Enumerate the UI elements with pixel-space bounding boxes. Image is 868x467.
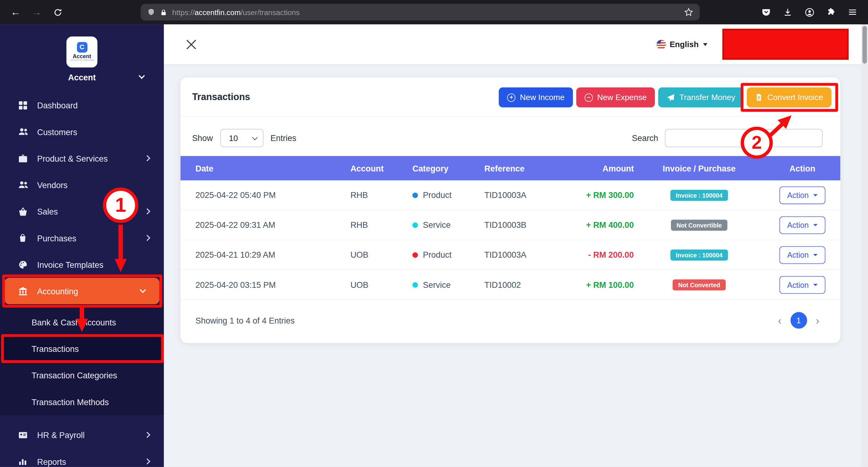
cell-category: Service: [412, 220, 485, 230]
sidebar-item-label: Vendors: [37, 180, 67, 190]
sidebar-item-accounting[interactable]: Accounting: [4, 278, 159, 304]
account-icon[interactable]: [801, 3, 818, 21]
cell-date: 2025-04-22 05:40 PM: [181, 190, 350, 200]
category-label: Product: [423, 190, 452, 200]
sidebar-subitem-transaction-categories[interactable]: Transaction Categories: [0, 362, 164, 388]
language-selector[interactable]: English: [656, 24, 708, 64]
minus-circle-icon: −: [584, 93, 593, 102]
cell-action: Action: [765, 186, 840, 204]
convert-invoice-button[interactable]: Convert Invoice: [747, 88, 832, 107]
cell-date: 2025-04-22 09:31 AM: [181, 220, 350, 230]
sidebar-item-reports[interactable]: Reports: [0, 448, 164, 467]
table-footer: Showing 1 to 4 of 4 Entries ‹ 1 ›: [181, 300, 840, 343]
new-expense-button[interactable]: − New Expense: [576, 88, 655, 107]
page-content: Transactions + New Income − New Expense: [164, 64, 861, 343]
sidebar-subitem-transaction-methods[interactable]: Transaction Methods: [0, 389, 164, 415]
sidebar-item-label: Accounting: [37, 286, 78, 296]
cell-account: UOB: [350, 280, 412, 289]
button-label: Convert Invoice: [767, 93, 823, 102]
search-input[interactable]: [665, 129, 823, 147]
next-page-button[interactable]: ›: [816, 315, 819, 326]
back-button[interactable]: ←: [7, 3, 25, 21]
sidebar-item-label: Invoice Templates: [37, 260, 103, 269]
status-badge: Invoice : 100004: [670, 249, 728, 261]
sidebar-item-purchases[interactable]: Purchases: [0, 225, 164, 251]
app-logo: C Accent ACCOUNTING SIMPLIFIED: [0, 24, 164, 67]
cell-category: Service: [412, 280, 485, 289]
current-page-button[interactable]: 1: [790, 312, 807, 329]
menu-icon[interactable]: [844, 3, 862, 21]
table-row: 2025-04-20 03:15 PM UOB Service TID10002…: [181, 270, 840, 300]
column-header-reference[interactable]: Reference: [485, 163, 557, 173]
transfer-money-button[interactable]: Transfer Money: [658, 88, 744, 107]
show-entries-select[interactable]: 10: [220, 129, 263, 147]
status-badge: Not Converted: [673, 279, 726, 290]
new-income-button[interactable]: + New Income: [499, 88, 573, 107]
logo-mark: C Accent ACCOUNTING SIMPLIFIED: [66, 37, 98, 68]
sidebar-item-hr-payroll[interactable]: HR & Payroll: [0, 422, 164, 448]
reload-button[interactable]: [49, 3, 66, 21]
button-label: New Expense: [597, 93, 647, 102]
previous-page-button[interactable]: ‹: [778, 315, 781, 326]
entries-label: Entries: [271, 133, 296, 143]
table-header-row: Date Account Category Reference Amount I…: [181, 156, 840, 180]
top-header: English: [164, 24, 861, 64]
sidebar-item-label: Sales: [37, 206, 58, 216]
sidebar-item-label: Customers: [37, 127, 77, 136]
sidebar-item-customers[interactable]: Customers: [0, 119, 164, 145]
sidebar-subitem-label: Bank & Cash Accounts: [31, 318, 116, 327]
category-dot: [412, 222, 418, 228]
table-row: 2025-04-22 09:31 AM RHB Service TID10003…: [181, 210, 840, 240]
browser-toolbar: ← → https://accentfin.com/user/transacti…: [0, 0, 868, 24]
dashboard-icon: [18, 100, 29, 110]
column-header-invoice-purchase[interactable]: Invoice / Purchase: [634, 163, 765, 173]
reload-icon: [53, 8, 62, 16]
column-header-account[interactable]: Account: [350, 163, 412, 173]
close-button[interactable]: [185, 38, 197, 51]
scrollbar-track[interactable]: [861, 24, 868, 467]
column-header-date[interactable]: Date: [181, 163, 350, 173]
bookmark-star-icon[interactable]: [684, 8, 693, 16]
sidebar-item-product-services[interactable]: Product & Services: [0, 145, 164, 171]
column-header-amount[interactable]: Amount: [556, 163, 634, 173]
extensions-icon[interactable]: [822, 3, 840, 21]
sidebar-item-vendors[interactable]: Vendors: [0, 171, 164, 198]
action-dropdown-button[interactable]: Action: [780, 276, 826, 294]
cell-amount: - RM 200.00: [556, 250, 634, 260]
action-buttons: + New Income − New Expense Transfer Mone…: [499, 88, 832, 107]
users-icon: [18, 127, 29, 137]
column-header-action[interactable]: Action: [765, 163, 840, 173]
scrollbar-thumb[interactable]: [863, 26, 867, 63]
action-label: Action: [787, 250, 809, 259]
column-header-category[interactable]: Category: [412, 163, 485, 173]
basket-icon: [18, 206, 29, 216]
url-bar[interactable]: https://accentfin.com/user/transactions: [141, 4, 700, 21]
pocket-icon[interactable]: [757, 3, 775, 21]
downloads-icon[interactable]: [779, 3, 797, 21]
close-icon: [185, 38, 197, 51]
action-dropdown-button[interactable]: Action: [780, 216, 826, 234]
category-label: Service: [423, 220, 451, 230]
category-label: Product: [423, 250, 452, 260]
sidebar-subitem-label: Transaction Categories: [31, 370, 117, 380]
cell-amount: + RM 400.00: [556, 220, 634, 230]
page-title: Transactions: [192, 92, 250, 103]
action-dropdown-button[interactable]: Action: [780, 246, 826, 264]
cell-invoice-purchase: Invoice : 100004: [634, 249, 765, 261]
forward-button[interactable]: →: [28, 3, 45, 21]
cell-category: Product: [412, 190, 485, 200]
sidebar-item-sales[interactable]: Sales: [0, 198, 164, 225]
action-dropdown-button[interactable]: Action: [780, 186, 826, 204]
cell-account: RHB: [350, 220, 412, 230]
button-label: Transfer Money: [680, 93, 736, 102]
shield-icon[interactable]: [147, 8, 155, 16]
workspace-selector[interactable]: Accent: [0, 67, 164, 86]
sidebar-item-dashboard[interactable]: Dashboard: [0, 92, 164, 118]
chevron-right-icon: [144, 208, 150, 214]
language-label: English: [670, 40, 699, 48]
sidebar-subitem-transactions[interactable]: Transactions: [0, 335, 164, 362]
toolbar-right-icons: [757, 3, 862, 21]
bar-chart-icon: [18, 457, 29, 466]
sidebar-item-invoice-templates[interactable]: Invoice Templates: [0, 251, 164, 278]
sidebar-subitem-bank-cash-accounts[interactable]: Bank & Cash Accounts: [0, 309, 164, 335]
